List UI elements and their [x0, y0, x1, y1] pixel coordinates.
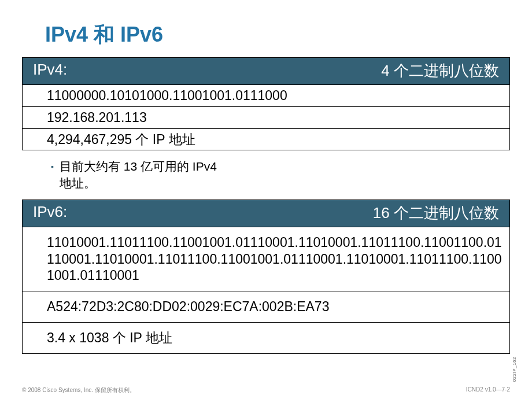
side-label: 022IP_162: [512, 357, 517, 382]
ipv6-hex: A524:72D3:2C80:DD02:0029:EC7A:002B:EA73: [23, 291, 509, 322]
footer-copyright: © 2008 Cisco Systems, Inc. 保留所有权利。: [22, 386, 135, 394]
table-row: 11000000.10101000.11001001.0111000: [22, 85, 510, 107]
bullet-section: ▪ 目前大约有 13 亿可用的 IPv4 地址。: [0, 150, 532, 200]
bullet-marker-icon: ▪: [51, 162, 54, 171]
slide-title: IPv4 和 IPv6: [0, 0, 532, 55]
ipv4-table: 11000000.10101000.11001001.0111000 192.1…: [22, 85, 510, 150]
ipv4-header-right: 4 个二进制八位数: [381, 61, 499, 81]
ipv4-binary: 11000000.10101000.11001001.0111000: [23, 85, 509, 106]
ipv6-header: IPv6: 16 个二进制八位数: [22, 200, 510, 227]
bullet-text: 目前大约有 13 亿可用的 IPv4 地址。: [60, 158, 217, 191]
table-row: 4,294,467,295 个 IP 地址: [22, 129, 510, 151]
ipv4-header: IPv4: 4 个二进制八位数: [22, 57, 510, 85]
ipv4-header-left: IPv4:: [33, 61, 67, 81]
table-row: 192.168.201.113: [22, 107, 510, 129]
ipv4-decimal: 192.168.201.113: [23, 107, 509, 128]
footer: © 2008 Cisco Systems, Inc. 保留所有权利。 ICND2…: [22, 386, 510, 394]
ipv6-table: 11010001.11011100.11001001.01110001.1101…: [22, 227, 510, 354]
ipv6-header-right: 16 个二进制八位数: [373, 203, 499, 223]
ipv6-binary: 11010001.11011100.11001001.01110001.1101…: [23, 227, 509, 291]
table-row: 3.4 x 1038 个 IP 地址: [22, 323, 510, 354]
table-row: A524:72D3:2C80:DD02:0029:EC7A:002B:EA73: [22, 291, 510, 323]
footer-page: ICND2 v1.0—7-2: [466, 386, 510, 394]
ipv6-header-left: IPv6:: [33, 203, 67, 223]
table-row: 11010001.11011100.11001001.01110001.1101…: [22, 227, 510, 291]
ipv6-count: 3.4 x 1038 个 IP 地址: [23, 323, 509, 353]
bullet-item: ▪ 目前大约有 13 亿可用的 IPv4 地址。: [51, 158, 532, 191]
ipv4-count: 4,294,467,295 个 IP 地址: [23, 129, 509, 150]
